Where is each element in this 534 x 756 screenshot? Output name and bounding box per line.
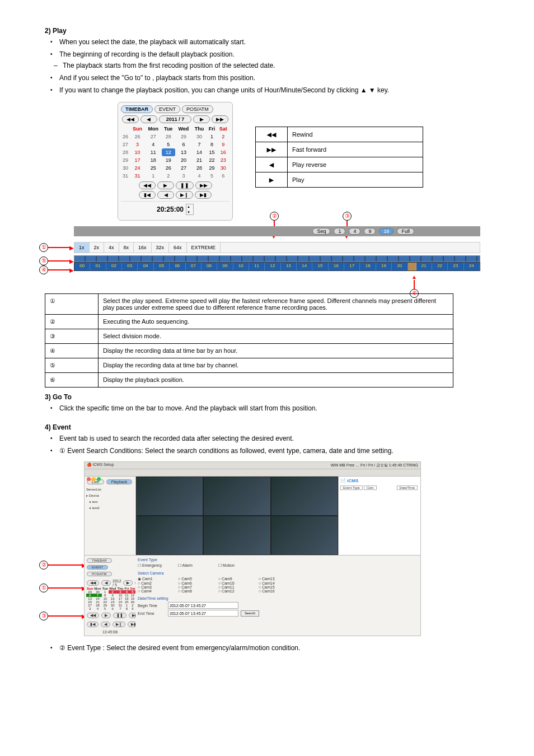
shot-callout-3: ③ xyxy=(39,612,48,620)
rewind-legend-icon: ◀◀ xyxy=(256,127,288,142)
div-seq[interactable]: Seq xyxy=(312,228,330,235)
cal-year-month: 2011 / 7 xyxy=(159,115,192,123)
chk-cam16[interactable]: ○ Cam16 xyxy=(259,589,298,593)
cal-month-next-icon[interactable]: ▶ xyxy=(193,115,210,123)
chk-cam4[interactable]: ○ Cam4 xyxy=(138,589,177,593)
ffwd-icon[interactable]: ▶▶ xyxy=(195,181,212,189)
event-clock: 13:45:08 xyxy=(86,630,134,634)
calendar-selected-day[interactable]: 12 xyxy=(162,148,175,156)
serverlist-label: ServerList xyxy=(86,488,134,491)
lower-tab-event[interactable]: EVENT xyxy=(87,565,108,570)
play-subdash-1: The playback starts from the first recod… xyxy=(54,60,495,71)
lower-tab-timebar[interactable]: TIMEBAR xyxy=(87,558,112,563)
search-button[interactable]: Search xyxy=(241,610,259,617)
calendar-panel: TIMEBAR EVENT POS/ATM ◀◀ ◀ 2011 / 7 ▶ ▶▶… xyxy=(118,102,233,221)
div-9[interactable]: 9 xyxy=(364,228,376,235)
cal-year-prev-icon[interactable]: ◀◀ xyxy=(122,115,139,123)
chk-emergency[interactable]: ☐ Emergency xyxy=(138,563,177,568)
callout-4: ④ xyxy=(39,265,48,274)
end-time-field[interactable] xyxy=(168,610,238,617)
section-goto-title: 3) Go To xyxy=(45,393,495,401)
play-bullet-2: The beginning of recording is the defaul… xyxy=(50,49,495,59)
select-camera-title: Select Camera xyxy=(138,571,418,575)
chk-cam6[interactable]: ○ Cam6 xyxy=(178,581,217,585)
skip-back-icon[interactable]: ▮◀ xyxy=(139,191,156,199)
callout-1: ① xyxy=(39,243,48,252)
play-legend-table: ◀◀Rewind ▶▶Fast forward ◀Play reverse ▶P… xyxy=(255,127,423,188)
callout-5: ⑤ xyxy=(39,256,48,265)
playback-time: 20:25:00 xyxy=(157,206,184,213)
play-bullets: When you select the date, the playback w… xyxy=(50,37,495,95)
event-bullet-1: Event tab is used to search the recorded… xyxy=(50,433,495,444)
div-16[interactable]: 16 xyxy=(379,228,394,235)
chk-cam11[interactable]: ○ Cam11 xyxy=(218,585,257,589)
end-time-label: End Time xyxy=(138,612,166,615)
hour-timebar[interactable]: 0001020304050607080910111213141516171819… xyxy=(74,262,480,271)
division-bar: Seq 1 4 9 16 Full xyxy=(74,226,480,236)
skip-fwd-icon[interactable]: ▶▮ xyxy=(195,191,212,199)
callout-table: ①Select the play speed. Extreme speed wi… xyxy=(45,293,453,388)
callout-6: ⑥ xyxy=(410,289,419,298)
chk-cam7[interactable]: ○ Cam7 xyxy=(178,585,217,589)
shot-callout-1: ① xyxy=(39,584,48,592)
chk-cam1[interactable]: ◉ Cam1 xyxy=(138,577,177,581)
tab-event[interactable]: EVENT xyxy=(154,105,180,113)
event-screenshot: 🍎 iCMS Setup WIN MB Free … Fri / Fri / 금… xyxy=(84,461,421,636)
chk-cam5[interactable]: ○ Cam5 xyxy=(178,577,217,581)
event-bullet-2: ① Event Search Conditions: Select the se… xyxy=(50,446,495,456)
chk-motion[interactable]: ☐ Motion xyxy=(218,563,257,568)
video-grid xyxy=(136,477,338,555)
btn-playback[interactable]: Playback xyxy=(106,479,132,484)
calendar-grid: Sun Mon Tue Wed Thu Fri Sat 262627282930… xyxy=(121,125,229,180)
event-mini-calendar: SunMonTueWedThuFriSat 293012345 67891011… xyxy=(86,587,135,610)
lower-tab-posatm[interactable]: POS/ATM xyxy=(87,572,112,576)
shot-callout-2: ② xyxy=(39,561,48,570)
pause-icon[interactable]: ❚❚ xyxy=(176,181,194,189)
shot-menubar: iCMS Setup xyxy=(93,463,114,466)
chk-alarm[interactable]: ☐ Alarm xyxy=(178,563,217,568)
tab-posatm[interactable]: POS/ATM xyxy=(182,105,213,113)
event-type-title: Event Type xyxy=(138,558,418,562)
chk-cam2[interactable]: ○ Cam2 xyxy=(138,581,177,585)
section-event-title: 4) Event xyxy=(45,423,495,431)
channel-timebar[interactable] xyxy=(74,255,480,262)
speed-selector[interactable]: 1x 2x 4x 8x 16x 32x 64x EXTREME xyxy=(74,242,480,253)
section-play-title: 2) Play xyxy=(45,27,495,35)
shot-menubar-right: WIN MB Free … Fri / Fri / 금요일 1:45:49 CT… xyxy=(331,463,418,468)
chk-cam15[interactable]: ○ Cam15 xyxy=(259,585,298,589)
cal-month-prev-icon[interactable]: ◀ xyxy=(140,115,157,123)
play-bullet-1: When you select the date, the playback w… xyxy=(50,37,495,47)
chk-cam10[interactable]: ○ Cam10 xyxy=(218,581,257,585)
time-spinner[interactable]: ▲▼ xyxy=(186,204,194,215)
play-rev-icon[interactable]: ◀ xyxy=(157,191,174,199)
step-fwd-icon[interactable]: ▶❙ xyxy=(176,191,193,199)
datetime-setting-title: Date/Time setting xyxy=(138,596,418,600)
event-type-bullet: ② Event Type : Select the desired event … xyxy=(50,643,495,653)
cal-year-next-icon[interactable]: ▶▶ xyxy=(212,115,228,123)
div-full[interactable]: Full xyxy=(397,228,414,235)
rewind-icon[interactable]: ◀◀ xyxy=(139,181,156,189)
chk-cam13[interactable]: ○ Cam13 xyxy=(259,577,298,581)
play-bullet-4: If you want to change the playback posit… xyxy=(50,85,495,95)
div-1[interactable]: 1 xyxy=(334,228,345,235)
play-legend-icon: ▶ xyxy=(256,172,288,188)
chk-cam12[interactable]: ○ Cam12 xyxy=(218,589,257,593)
begin-time-label: Begin Time xyxy=(138,604,166,608)
goto-bullet: Click the specific time on the bar to mo… xyxy=(50,403,495,413)
chk-cam14[interactable]: ○ Cam14 xyxy=(259,581,298,585)
play-bullet-3: And if you select the "Go to" to , playb… xyxy=(50,73,495,83)
callout-2: ② xyxy=(270,212,279,221)
tab-timebar[interactable]: TIMEBAR xyxy=(121,105,153,113)
callout-3: ③ xyxy=(343,212,352,221)
div-4[interactable]: 4 xyxy=(349,228,360,235)
chk-cam8[interactable]: ○ Cam8 xyxy=(178,589,217,593)
chk-cam3[interactable]: ○ Cam3 xyxy=(138,585,177,589)
begin-time-field[interactable] xyxy=(168,602,238,609)
play-icon[interactable]: ▶ xyxy=(157,181,174,189)
playrev-legend-icon: ◀ xyxy=(256,157,288,172)
ffwd-legend-icon: ▶▶ xyxy=(256,142,288,157)
chk-cam9[interactable]: ○ Cam9 xyxy=(218,577,257,581)
